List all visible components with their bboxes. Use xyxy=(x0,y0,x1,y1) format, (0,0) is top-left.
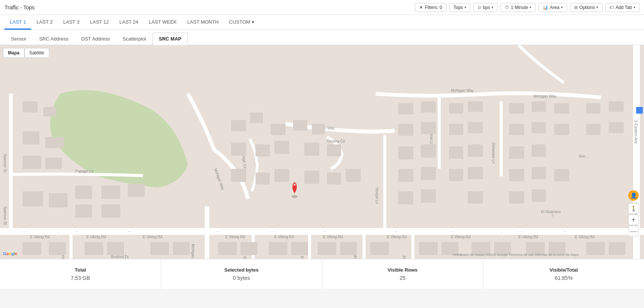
tops-button[interactable]: Tops ▾ xyxy=(449,3,470,12)
svg-text:←: ← xyxy=(451,229,455,233)
svg-text:Mohigan Way: Mohigan Way xyxy=(191,244,195,259)
svg-rect-102 xyxy=(509,124,524,135)
svg-text:E Viking Rd: E Viking Rd xyxy=(575,235,594,239)
svg-rect-138 xyxy=(419,242,438,255)
tab-last2[interactable]: LAST 2 xyxy=(31,15,58,30)
add-tab-button[interactable]: 🏷 Add Tab ▾ xyxy=(605,3,639,12)
svg-rect-101 xyxy=(468,122,483,133)
svg-rect-87 xyxy=(327,173,341,185)
svg-text:←: ← xyxy=(23,229,26,233)
map-container[interactable]: ← ← → ← → ← ← → ← → → ← ← ← → ← E Viking… xyxy=(0,45,644,259)
tab-last12[interactable]: LAST 12 xyxy=(85,15,114,30)
svg-text:E Viking Rd: E Viking Rd xyxy=(143,235,162,239)
svg-text:E Viking Rd: E Viking Rd xyxy=(30,235,50,239)
svg-rect-104 xyxy=(554,124,569,135)
svg-rect-116 xyxy=(468,167,483,179)
svg-point-151 xyxy=(294,184,296,186)
tab-last1[interactable]: LAST 1 xyxy=(5,15,31,30)
tab-custom[interactable]: CUSTOM ▾ xyxy=(224,15,260,30)
svg-rect-136 xyxy=(340,242,357,255)
visible-total-label: Visible/Total xyxy=(549,267,577,273)
svg-rect-121 xyxy=(421,189,436,203)
svg-rect-62 xyxy=(23,131,39,144)
svg-rect-144 xyxy=(586,242,605,255)
svg-rect-94 xyxy=(532,101,546,112)
svg-rect-84 xyxy=(255,173,270,185)
svg-rect-122 xyxy=(468,191,483,204)
svg-text:E Viking Rd: E Viking Rd xyxy=(387,235,407,239)
selected-value: 0 bytes xyxy=(233,275,250,281)
status-visible-total: Visible/Total 61.85% xyxy=(483,259,644,289)
svg-text:Datos de mapas ©2015 Google  T: Datos de mapas ©2015 Google Términos de … xyxy=(460,253,579,257)
svg-rect-113 xyxy=(398,169,413,182)
svg-rect-105 xyxy=(586,124,600,135)
tops-caret: ▾ xyxy=(464,5,466,9)
tab-last-month[interactable]: LAST MONTH xyxy=(182,15,224,30)
svg-rect-127 xyxy=(85,242,103,255)
svg-rect-114 xyxy=(421,167,436,180)
svg-text:Hoopa Ln: Hoopa Ln xyxy=(375,188,379,204)
svg-rect-66 xyxy=(23,191,43,206)
tab-scatterplot[interactable]: Scatterplot xyxy=(116,33,153,45)
svg-rect-103 xyxy=(532,122,546,133)
zoom-in-button[interactable]: + xyxy=(628,215,639,225)
svg-text:←: ← xyxy=(128,229,132,233)
svg-rect-44 xyxy=(438,94,441,169)
svg-rect-36 xyxy=(9,94,13,233)
svg-rect-69 xyxy=(101,186,120,199)
interval-button[interactable]: ⏱ 1 Minute ▾ xyxy=(500,3,535,12)
svg-text:E Viking Rd: E Viking Rd xyxy=(451,235,470,239)
svg-text:Spencer St: Spencer St xyxy=(3,154,7,173)
tab-last-week[interactable]: LAST WEEK xyxy=(144,15,182,30)
svg-rect-74 xyxy=(250,113,263,123)
svg-rect-129 xyxy=(150,242,169,255)
tab-src-address[interactable]: SRC Address xyxy=(33,33,75,45)
zoom-out-button[interactable]: — xyxy=(628,226,639,236)
filters-button[interactable]: ▼ Filters: 0 xyxy=(415,3,446,12)
area-button[interactable]: 📊 Area ▾ xyxy=(538,3,567,12)
svg-rect-72 xyxy=(101,204,120,218)
svg-rect-79 xyxy=(255,144,270,156)
svg-text:S Eastern Ave: S Eastern Ave xyxy=(634,120,638,144)
tab-last3[interactable]: LAST 3 xyxy=(58,15,85,30)
pegman-icon[interactable]: 🚶 xyxy=(628,203,639,214)
grid-icon: ⊞ xyxy=(574,5,578,10)
svg-rect-96 xyxy=(586,103,600,114)
map-btn-mapa[interactable]: Mapa xyxy=(3,48,24,58)
svg-text:Jeffreys St: Jeffreys St xyxy=(402,255,406,259)
svg-point-149 xyxy=(292,195,298,198)
options-button[interactable]: ⊞ Options ▾ xyxy=(570,3,602,12)
bps-button[interactable]: ⊙ bps ▾ xyxy=(473,3,497,12)
svg-rect-48 xyxy=(70,228,73,259)
visible-rows-label: Visible Rows xyxy=(387,267,417,273)
svg-rect-34 xyxy=(205,206,209,259)
tab-sensor[interactable]: Sensor xyxy=(5,33,33,45)
svg-rect-68 xyxy=(75,186,92,199)
svg-text:E Viking Rd: E Viking Rd xyxy=(519,235,538,239)
svg-rect-85 xyxy=(274,169,289,182)
svg-rect-91 xyxy=(449,103,463,114)
svg-rect-106 xyxy=(609,122,624,133)
svg-rect-111 xyxy=(509,146,524,159)
svg-text:←: ← xyxy=(564,229,567,233)
svg-rect-132 xyxy=(240,242,257,255)
svg-rect-124 xyxy=(532,189,546,202)
status-selected: Selected bytes 0 bytes xyxy=(161,259,322,289)
svg-rect-63 xyxy=(45,137,64,148)
tab-last24[interactable]: LAST 24 xyxy=(114,15,144,30)
svg-text:→: → xyxy=(304,231,307,234)
map-btn-satelite[interactable]: Satélite xyxy=(24,48,49,58)
svg-text:←: ← xyxy=(216,229,220,233)
tab-src-map[interactable]: SRC MAP xyxy=(153,33,188,45)
svg-text:Rudur Ln: Rudur Ln xyxy=(300,256,304,259)
tab-dst-address[interactable]: DST Address xyxy=(75,33,116,45)
svg-text:rford Ln: rford Ln xyxy=(243,256,247,259)
svg-rect-1 xyxy=(0,228,644,235)
svg-rect-134 xyxy=(291,242,308,255)
app-title: Traffic - Tops xyxy=(5,5,35,11)
svg-rect-95 xyxy=(554,103,569,114)
svg-text:←: ← xyxy=(395,229,398,233)
svg-text:Delaware Ln: Delaware Ln xyxy=(491,143,496,164)
add-tab-caret: ▾ xyxy=(633,5,635,9)
total-value: 7.53 GB xyxy=(71,275,90,281)
